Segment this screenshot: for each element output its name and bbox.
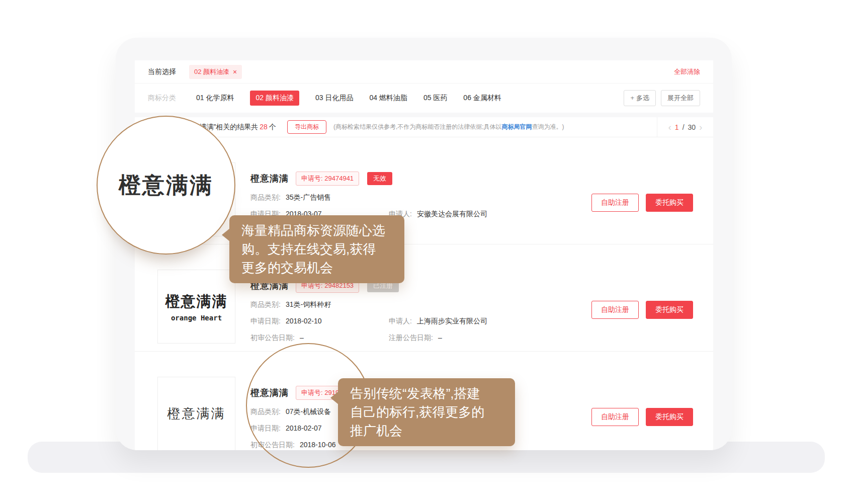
application-number-tag: 申请号: 29474941 [296, 172, 359, 186]
category-item-04[interactable]: 04 燃料油脂 [369, 94, 407, 103]
selected-filter-chip[interactable]: 02 颜料油漆 × [189, 65, 242, 79]
tooltip-line: 购。支持在线交易,获得 [241, 240, 392, 259]
row-actions: 自助注册 委托购买 [591, 194, 693, 212]
pagination: ‹ 1 / 30 › [657, 117, 713, 137]
trademark-image: 橙意满满 orange Heart [157, 270, 235, 344]
tooltip-line: 推广机会 [350, 422, 503, 440]
category-bar-actions: +多选 展开全部 [624, 90, 700, 106]
magnified-trademark-text: 橙意满满 [119, 171, 213, 200]
entrust-purchase-button[interactable]: 委托购买 [646, 301, 693, 319]
trademark-office-link[interactable]: 商标局官网 [502, 123, 532, 130]
reg-publication-value: – [438, 333, 442, 342]
selected-filter-chip-label: 02 颜料油漆 [194, 67, 229, 76]
trademark-image: 橙意满满 [157, 377, 235, 450]
current-selection-bar: 当前选择 02 颜料油漆 × 全部清除 [135, 60, 713, 83]
disclaimer-pre: (商标检索结果仅供参考,不作为商标能否注册的法律依据;具体以 [333, 123, 502, 130]
row-actions: 自助注册 委托购买 [591, 301, 693, 319]
category-field-label: 商品类别: [250, 300, 281, 308]
tooltip-arrow-icon [222, 228, 230, 241]
table-row: 橙意满满 orange Heart 橙意满满 申请号: 29482153 已注册… [135, 244, 713, 352]
tooltip-line: 自己的标行,获得更多的 [350, 403, 503, 422]
applicant-value: 上海雨步实业有限公司 [417, 317, 487, 325]
category-field-label: 商品类别: [250, 193, 281, 201]
self-register-button[interactable]: 自助注册 [591, 194, 639, 212]
close-icon[interactable]: × [233, 68, 237, 75]
trademark-image-text: 橙意满满 [167, 405, 226, 423]
application-number-label: 申请号: [301, 175, 323, 182]
category-item-01[interactable]: 01 化学原料 [196, 94, 234, 103]
category-item-05[interactable]: 05 医药 [423, 94, 447, 103]
trademark-magnifier-circle: 橙意满满 [97, 116, 235, 255]
trademark-image-subtext: orange Heart [171, 314, 222, 322]
results-count: 28 [260, 123, 268, 131]
tooltip-line: 更多的交易机会 [241, 259, 392, 277]
category-item-03[interactable]: 03 日化用品 [315, 94, 353, 103]
self-register-button[interactable]: 自助注册 [591, 301, 639, 319]
category-field-value: 35类-广告销售 [286, 193, 331, 201]
apply-date-label: 申请日期: [250, 317, 281, 325]
multi-select-label: 多选 [636, 94, 649, 102]
first-publication-label: 初审公告日期: [250, 333, 295, 342]
category-field-value: 31类-饲料种籽 [286, 300, 331, 308]
page-next-icon[interactable]: › [699, 123, 702, 132]
expand-all-button[interactable]: 展开全部 [661, 90, 700, 106]
tooltip-market-callout: 海量精品商标资源随心选 购。支持在线交易,获得 更多的交易机会 [229, 215, 404, 283]
category-bar: 商标分类 01 化学原料 02 颜料油漆 03 日化用品 04 燃料油脂 05 … [135, 83, 713, 113]
current-selection-label: 当前选择 [148, 67, 176, 76]
summary-suffix: 个 [269, 123, 276, 131]
results-disclaimer: (商标检索结果仅供参考,不作为商标能否注册的法律依据;具体以商标局官网查询为准。… [333, 123, 564, 131]
self-register-button[interactable]: 自助注册 [591, 408, 639, 426]
applicant-value: 安徽美达会展有限公司 [417, 210, 487, 218]
entrust-purchase-button[interactable]: 委托购买 [646, 408, 693, 426]
disclaimer-post: 查询为准。) [532, 123, 564, 130]
reg-publication-label: 注册公告日期: [389, 333, 433, 342]
marketing-stage: 当前选择 02 颜料油漆 × 全部清除 商标分类 01 化学原料 02 颜料油漆… [0, 0, 853, 504]
page-prev-icon[interactable]: ‹ [668, 123, 671, 132]
category-bar-label: 商标分类 [148, 94, 176, 103]
category-item-06[interactable]: 06 金属材料 [463, 94, 501, 103]
page-current: 1 [675, 123, 679, 131]
page-separator: / [683, 123, 685, 131]
category-item-02-selected[interactable]: 02 颜料油漆 [250, 91, 299, 106]
tooltip-line: 海量精品商标资源随心选 [241, 221, 392, 240]
export-trademarks-button[interactable]: 导出商标 [287, 120, 326, 134]
plus-icon: + [630, 94, 634, 102]
applicant-label: 申请人: [389, 317, 412, 325]
tooltip-arrow-icon [330, 391, 338, 404]
row-actions: 自助注册 委托购买 [591, 408, 693, 426]
results-header: 为您检索到“橙意满满”相关的结果共28个 导出商标 (商标检索结果仅供参考,不作… [135, 117, 713, 137]
trademark-name: 橙意满满 [250, 173, 289, 185]
apply-date-value: 2018-02-10 [286, 317, 322, 325]
trademark-image-text: 橙意满满 [165, 292, 228, 312]
clear-all-button[interactable]: 全部清除 [674, 67, 700, 76]
tooltip-promo-callout: 告别传统“发表格”,搭建 自己的标行,获得更多的 推广机会 [338, 378, 515, 446]
tooltip-line: 告别传统“发表格”,搭建 [350, 384, 503, 403]
first-publication-value: – [300, 333, 304, 342]
status-badge: 无效 [367, 172, 392, 185]
application-number-value: 29474941 [324, 175, 354, 182]
multi-select-button[interactable]: +多选 [624, 90, 656, 106]
filter-card: 当前选择 02 颜料油漆 × 全部清除 商标分类 01 化学原料 02 颜料油漆… [135, 60, 713, 113]
page-total: 30 [688, 123, 696, 131]
entrust-purchase-button[interactable]: 委托购买 [646, 194, 693, 212]
